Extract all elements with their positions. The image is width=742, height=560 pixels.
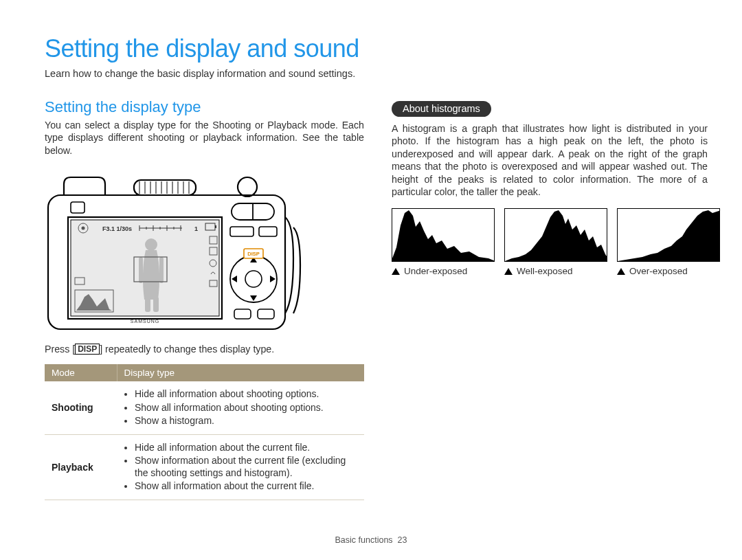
svg-marker-60 xyxy=(505,210,607,262)
triangle-icon xyxy=(392,268,400,275)
svg-point-17 xyxy=(82,227,85,230)
display-type-paragraph: You can select a display type for the Sh… xyxy=(45,119,364,157)
mode-shooting: Shooting xyxy=(45,381,117,434)
about-histograms-pill: About histograms xyxy=(392,101,491,117)
page-intro: Learn how to change the basic display in… xyxy=(45,67,701,80)
histogram-under-exposed: Under-exposed xyxy=(392,208,495,276)
svg-rect-46 xyxy=(230,227,254,236)
svg-point-48 xyxy=(230,256,277,302)
svg-point-34 xyxy=(145,238,157,251)
histogram-well-icon xyxy=(505,209,607,262)
left-column: Setting the display type You can select … xyxy=(45,98,364,500)
playback-options: Hide all information about the current f… xyxy=(117,434,364,500)
press-prefix: Press [ xyxy=(45,344,75,355)
svg-point-49 xyxy=(245,271,262,287)
list-item: Show information about the current file … xyxy=(135,455,361,479)
shooting-options: Hide all information about shooting opti… xyxy=(117,381,364,434)
table-row: Shooting Hide all information about shoo… xyxy=(45,381,364,434)
triangle-icon xyxy=(504,268,513,275)
svg-rect-38 xyxy=(153,297,159,312)
svg-marker-59 xyxy=(392,210,495,262)
table-row: Playback Hide all information about the … xyxy=(45,434,364,500)
manual-page: Setting the display and sound Learn how … xyxy=(0,0,742,560)
histogram-caption: Well-exposed xyxy=(504,266,607,276)
list-item: Show a histogram. xyxy=(135,415,361,427)
right-column: About histograms A histogram is a graph … xyxy=(392,98,708,500)
svg-text:SAMSUNG: SAMSUNG xyxy=(131,319,159,324)
camera-illustration: F3.1 1/30s 1 xyxy=(45,169,364,334)
list-item: Show all information about the current f… xyxy=(135,480,361,493)
display-type-table: Mode Display type Shooting Hide all info… xyxy=(45,364,364,500)
svg-rect-47 xyxy=(259,227,277,236)
histogram-over-icon xyxy=(618,209,720,262)
mode-playback: Playback xyxy=(45,434,117,500)
th-display-type: Display type xyxy=(117,364,364,381)
table-header: Mode Display type xyxy=(45,364,364,381)
histogram-caption: Under-exposed xyxy=(392,266,495,276)
svg-rect-35 xyxy=(139,257,143,283)
svg-rect-36 xyxy=(159,257,164,283)
svg-rect-55 xyxy=(258,309,274,319)
disp-key-label: DISP xyxy=(75,344,100,355)
histogram-paragraph: A histogram is a graph that illustrates … xyxy=(392,122,708,199)
list-item: Show all information about shooting opti… xyxy=(135,402,361,414)
svg-marker-52 xyxy=(232,276,237,282)
svg-rect-37 xyxy=(145,297,150,312)
section-heading-display-type: Setting the display type xyxy=(45,98,364,116)
footer-section: Basic functions xyxy=(335,535,393,545)
svg-rect-1 xyxy=(134,180,196,195)
svg-point-12 xyxy=(238,177,257,197)
list-item: Hide all information about shooting opti… xyxy=(135,388,361,401)
svg-marker-61 xyxy=(618,210,720,262)
press-instruction: Press [DISP] repeatedly to change thes d… xyxy=(45,344,364,355)
svg-marker-53 xyxy=(270,276,276,282)
histogram-box xyxy=(504,208,607,262)
svg-text:1: 1 xyxy=(194,225,198,232)
histogram-caption: Over-exposed xyxy=(617,266,720,276)
histogram-examples-row: Under-exposed Well-exposed xyxy=(392,208,708,276)
page-title: Setting the display and sound xyxy=(45,34,701,63)
list-item: Hide all information about the current f… xyxy=(135,442,361,454)
svg-rect-13 xyxy=(71,202,85,213)
page-footer: Basic functions 23 xyxy=(0,535,742,545)
footer-page-number: 23 xyxy=(398,535,407,545)
histogram-over-exposed: Over-exposed xyxy=(617,208,720,276)
press-suffix: ] repeatedly to change thes display type… xyxy=(100,344,274,355)
svg-rect-54 xyxy=(234,309,251,319)
histogram-box xyxy=(392,208,495,262)
svg-rect-29 xyxy=(215,225,216,228)
svg-text:F3.1  1/30s: F3.1 1/30s xyxy=(102,225,132,232)
svg-text:DISP: DISP xyxy=(247,251,260,257)
camera-svg: F3.1 1/30s 1 xyxy=(45,169,306,334)
th-mode: Mode xyxy=(45,364,117,381)
triangle-icon xyxy=(617,268,625,275)
histogram-well-exposed: Well-exposed xyxy=(504,208,607,276)
two-column-layout: Setting the display type You can select … xyxy=(45,98,701,500)
histogram-under-icon xyxy=(392,209,495,262)
svg-marker-51 xyxy=(250,295,257,301)
histogram-box xyxy=(617,208,720,262)
